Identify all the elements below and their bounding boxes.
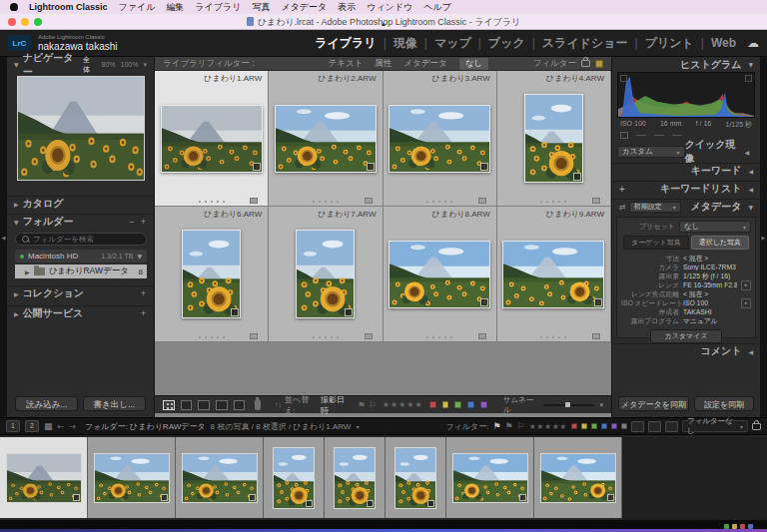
histogram-header[interactable]: ヒストグラム ▼ [612, 57, 760, 72]
filmstrip-cell-5[interactable] [325, 437, 385, 518]
filmstrip-thumbnail[interactable] [94, 453, 170, 503]
saved-preset-dropdown[interactable]: カスタム ▾ [617, 146, 685, 158]
sort-value[interactable]: 撮影日時 [321, 394, 352, 416]
zoom-fit[interactable]: 全体 [83, 55, 96, 75]
filter-color-yellow[interactable] [581, 423, 587, 429]
second-window-button[interactable]: 2 [25, 420, 39, 432]
menu-app[interactable]: Lightroom Classic [29, 2, 108, 12]
collapse-bottom-panel[interactable]: ▼ [0, 520, 767, 529]
filter-toggle-3[interactable] [665, 421, 678, 432]
title-bar[interactable]: ひまわり.lrcat - Adobe Photoshop Lightroom C… [0, 14, 767, 30]
grid-cell-3[interactable]: ひまわり3.ARW [384, 71, 497, 207]
filmstrip-cell-6[interactable] [385, 437, 446, 518]
zoom-full[interactable]: 100% [121, 61, 139, 68]
filmstrip-cell-2[interactable] [88, 437, 176, 518]
filmstrip-thumbnail[interactable] [452, 453, 528, 503]
navigator-preview[interactable] [17, 76, 145, 181]
photo-thumbnail[interactable] [275, 105, 377, 173]
grid-cell-6[interactable]: ひまわり7.ARW [269, 207, 383, 342]
filter-color-gray[interactable] [621, 423, 627, 429]
sync-settings-button[interactable]: 設定を同期 [694, 396, 754, 411]
menu-window[interactable]: ウィンドウ [367, 1, 412, 14]
filter-color-green[interactable] [591, 423, 597, 429]
photo-thumbnail[interactable] [502, 241, 604, 308]
filmstrip-cell-1[interactable] [0, 437, 88, 518]
apple-menu-icon[interactable] [10, 3, 18, 11]
filter-metadata[interactable]: メタデータ [403, 58, 446, 70]
folder-search-input[interactable]: フォルダーを検索 [15, 233, 147, 246]
sort-direction-icon[interactable]: ↑↓ [275, 401, 282, 408]
folder-row-selected[interactable]: ▶ ひまわりRAWデータ 8 [15, 265, 147, 278]
main-window-button[interactable]: 1 [6, 420, 20, 432]
filter-color-purple[interactable] [611, 423, 617, 429]
filmstrip-breadcrumb[interactable]: フォルダー: ひまわりRAWデータ [85, 421, 206, 432]
filter-toggle-2[interactable] [648, 421, 661, 432]
grid-cell-5[interactable]: ひまわり6.ARW [155, 207, 269, 342]
module-print[interactable]: プリント [638, 35, 701, 52]
filter-attribute[interactable]: 属性 [375, 58, 391, 70]
module-library[interactable]: ライブラリ [308, 35, 383, 52]
filmstrip-thumbnail[interactable] [273, 447, 315, 509]
grid-cell-8[interactable]: ひまわり9.ARW [497, 207, 611, 342]
filmstrip-thumbnail[interactable] [6, 453, 82, 503]
histogram-panel[interactable] [617, 72, 755, 118]
folders-add-remove[interactable]: − + [129, 217, 148, 227]
color-label-yellow[interactable] [442, 401, 449, 408]
filter-toggle-1[interactable] [631, 421, 644, 432]
filter-stars[interactable]: ★★★★★ [529, 422, 567, 431]
slider-knob[interactable] [565, 402, 570, 407]
filter-pick-flag-icon[interactable]: ⚑ [492, 421, 500, 431]
filter-color-red[interactable] [571, 423, 577, 429]
grid-view-icon[interactable] [163, 400, 175, 410]
catalog-header[interactable]: ▶ カタログ [7, 196, 155, 211]
sort-control[interactable]: ↑↓ 並べ替え: 撮影日時 [275, 394, 352, 416]
volume-row[interactable]: Macintosh HD 1.3/2.1 TB ▼ [15, 250, 147, 263]
filmstrip-thumbnail[interactable] [334, 447, 376, 509]
collections-header[interactable]: ▶ コレクション + [7, 285, 155, 300]
photo-thumbnail[interactable] [161, 105, 263, 173]
zoom-caret-icon[interactable]: ▾ [143, 61, 147, 69]
filmstrip-cell-3[interactable] [176, 437, 264, 518]
grid-shortcut-icon[interactable]: ▦ [44, 421, 53, 431]
sync-metadata-button[interactable]: メタデータを同期 [618, 396, 689, 411]
filmstrip-cell-7[interactable] [446, 437, 534, 518]
develop-badge-icon[interactable] [594, 298, 602, 306]
collapse-left-panel[interactable]: ◀ [0, 57, 7, 417]
highlight-clipping-icon[interactable] [745, 75, 752, 82]
menu-photo[interactable]: 写真 [252, 1, 270, 14]
grid-cell-2[interactable]: ひまわり2.ARW [269, 71, 383, 207]
import-button[interactable]: 読み込み... [15, 396, 78, 411]
filmstrip-thumbnail[interactable] [394, 447, 436, 509]
grid-cell-1[interactable]: ひまわり1.ARW [155, 71, 269, 207]
filter-text[interactable]: テキスト [329, 58, 364, 70]
filter-reject-flag-icon[interactable]: ⚐ [517, 421, 525, 431]
develop-badge-icon[interactable] [480, 163, 488, 171]
filter-none[interactable]: なし [459, 58, 488, 70]
keyword-add[interactable]: + [619, 184, 625, 195]
back-arrow-icon[interactable]: ← [58, 422, 65, 431]
caret-down-icon[interactable]: ▾ [356, 423, 359, 430]
thumbnail-size-slider[interactable] [543, 404, 593, 406]
publish-add[interactable]: + [141, 308, 148, 318]
develop-badge-icon[interactable] [345, 308, 353, 316]
module-develop[interactable]: 現像 [386, 35, 424, 52]
filmstrip-cell-8[interactable] [534, 437, 622, 518]
toolbar-options-caret-icon[interactable]: ▾ [600, 401, 604, 409]
cloud-sync-icon[interactable]: ☁ [747, 36, 759, 50]
keywords-header[interactable]: キーワード ◀ [612, 163, 760, 178]
menu-edit[interactable]: 編集 [166, 1, 184, 14]
photo-thumbnail[interactable] [296, 230, 355, 318]
metadata-preset-dropdown[interactable]: なし ▾ [679, 221, 751, 233]
customize-button[interactable]: カスタマイズ [650, 329, 722, 343]
develop-badge-icon[interactable] [231, 308, 239, 316]
export-button[interactable]: 書き出し... [83, 396, 146, 411]
menu-view[interactable]: 表示 [338, 1, 356, 14]
tab-selected-photos[interactable]: 選択した写真 [691, 236, 749, 250]
develop-badge-icon[interactable] [253, 163, 261, 171]
people-view-icon[interactable] [234, 400, 246, 410]
rating-stars[interactable]: ★★★★★ [383, 400, 423, 409]
reject-flag-icon[interactable]: ⚐ [369, 400, 377, 410]
metadata-header[interactable]: ⇄ 初期設定 ▾ メタデータ ▼ [612, 199, 760, 214]
pick-flag-icon[interactable]: ⚑ [358, 400, 366, 410]
shadow-clipping-icon[interactable] [620, 75, 627, 82]
